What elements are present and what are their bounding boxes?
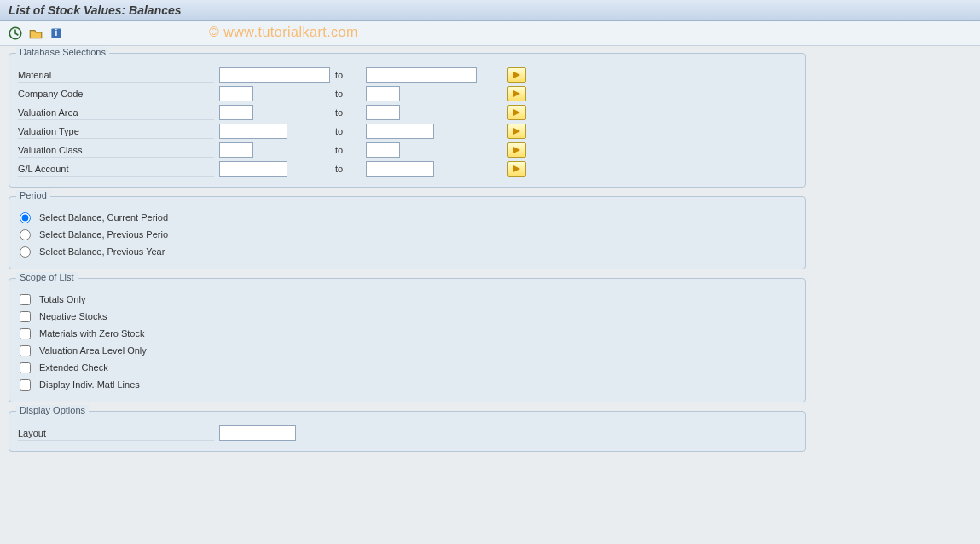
check-label: Negative Stocks <box>39 311 107 321</box>
title-bar: List of Stock Values: Balances <box>0 0 980 21</box>
radio-previous-period-input[interactable] <box>20 229 31 240</box>
material-low-input[interactable] <box>219 67 330 83</box>
group-database-selections: Database Selections Material to Company … <box>9 53 806 188</box>
to-label: to <box>335 70 361 80</box>
content-area: Database Selections Material to Company … <box>0 46 980 467</box>
group-legend: Database Selections <box>16 47 109 57</box>
arrow-right-icon <box>513 71 521 79</box>
row-material: Material to <box>18 66 797 84</box>
group-legend: Display Options <box>16 405 89 415</box>
check-zero-stock[interactable]: Materials with Zero Stock <box>18 325 797 342</box>
check-extended-check-input[interactable] <box>20 362 31 373</box>
radio-previous-year[interactable]: Select Balance, Previous Year <box>18 243 797 260</box>
check-label: Valuation Area Level Only <box>39 345 147 356</box>
radio-current-period-input[interactable] <box>20 212 31 223</box>
group-period: Period Select Balance, Current Period Se… <box>9 196 806 269</box>
sap-window: List of Stock Values: Balances i © www.t… <box>0 0 980 544</box>
clock-execute-icon <box>8 26 23 41</box>
row-layout: Layout <box>18 424 797 443</box>
gl-account-high-input[interactable] <box>366 161 434 177</box>
radio-current-period[interactable]: Select Balance, Current Period <box>18 209 797 226</box>
row-valuation-type: Valuation Type to <box>18 122 797 141</box>
label-valuation-area: Valuation Area <box>18 106 214 120</box>
row-valuation-class: Valuation Class to <box>18 141 797 159</box>
check-label: Totals Only <box>39 294 85 304</box>
company-code-low-input[interactable] <box>219 86 253 101</box>
check-label: Extended Check <box>39 362 108 373</box>
application-toolbar: i © www.tutorialkart.com <box>0 21 980 46</box>
svg-text:i: i <box>55 28 58 38</box>
label-valuation-type: Valuation Type <box>18 124 214 139</box>
gl-account-multiple-selection-button[interactable] <box>507 161 526 177</box>
to-label: to <box>335 145 361 155</box>
arrow-right-icon <box>513 165 521 173</box>
valuation-area-low-input[interactable] <box>219 105 253 120</box>
folder-open-icon <box>28 26 43 41</box>
check-zero-stock-input[interactable] <box>20 328 31 339</box>
to-label: to <box>335 89 361 99</box>
company-code-multiple-selection-button[interactable] <box>507 86 526 101</box>
group-legend: Scope of List <box>16 272 78 282</box>
group-legend: Period <box>16 190 50 200</box>
valuation-type-low-input[interactable] <box>219 124 287 139</box>
radio-previous-period[interactable]: Select Balance, Previous Perio <box>18 226 797 243</box>
valuation-class-multiple-selection-button[interactable] <box>507 142 526 158</box>
company-code-high-input[interactable] <box>366 86 400 101</box>
valuation-type-multiple-selection-button[interactable] <box>507 124 526 139</box>
get-variant-button[interactable] <box>27 25 44 42</box>
valuation-area-high-input[interactable] <box>366 105 400 120</box>
execute-button[interactable] <box>7 25 24 42</box>
check-negative-stocks[interactable]: Negative Stocks <box>18 308 797 325</box>
radio-label: Select Balance, Current Period <box>39 212 168 223</box>
check-valuation-area-only[interactable]: Valuation Area Level Only <box>18 342 797 359</box>
label-gl-account: G/L Account <box>18 162 214 177</box>
group-scope-of-list: Scope of List Totals Only Negative Stock… <box>9 278 806 402</box>
layout-input[interactable] <box>219 425 296 441</box>
arrow-right-icon <box>513 146 521 154</box>
radio-previous-year-input[interactable] <box>20 246 31 258</box>
info-icon: i <box>49 26 64 41</box>
gl-account-low-input[interactable] <box>219 161 287 177</box>
to-label: to <box>335 126 361 136</box>
check-individual-lines[interactable]: Display Indiv. Matl Lines <box>18 376 797 393</box>
arrow-right-icon <box>513 127 521 136</box>
to-label: to <box>335 107 361 118</box>
check-label: Display Indiv. Matl Lines <box>39 379 140 390</box>
label-layout: Layout <box>18 426 214 441</box>
valuation-class-low-input[interactable] <box>219 142 253 158</box>
radio-label: Select Balance, Previous Perio <box>39 229 168 240</box>
label-company-code: Company Code <box>18 87 214 101</box>
window-title: List of Stock Values: Balances <box>9 3 182 17</box>
valuation-type-high-input[interactable] <box>366 124 434 139</box>
to-label: to <box>335 164 361 174</box>
row-gl-account: G/L Account to <box>18 159 797 178</box>
radio-label: Select Balance, Previous Year <box>39 246 165 257</box>
check-extended-check[interactable]: Extended Check <box>18 359 797 376</box>
label-valuation-class: Valuation Class <box>18 143 214 158</box>
check-label: Materials with Zero Stock <box>39 328 144 339</box>
check-totals-only-input[interactable] <box>20 294 31 305</box>
check-individual-lines-input[interactable] <box>20 379 31 391</box>
check-valuation-area-only-input[interactable] <box>20 345 31 356</box>
valuation-class-high-input[interactable] <box>366 142 400 158</box>
label-material: Material <box>18 68 214 83</box>
row-valuation-area: Valuation Area to <box>18 103 797 122</box>
watermark: © www.tutorialkart.com <box>209 25 358 40</box>
arrow-right-icon <box>513 90 521 98</box>
check-negative-stocks-input[interactable] <box>20 311 31 322</box>
material-high-input[interactable] <box>366 67 477 83</box>
group-display-options: Display Options Layout <box>9 411 806 452</box>
row-company-code: Company Code to <box>18 84 797 103</box>
check-totals-only[interactable]: Totals Only <box>18 291 797 308</box>
info-button[interactable]: i <box>48 25 65 42</box>
material-multiple-selection-button[interactable] <box>507 67 526 83</box>
valuation-area-multiple-selection-button[interactable] <box>507 105 526 120</box>
arrow-right-icon <box>513 108 521 117</box>
